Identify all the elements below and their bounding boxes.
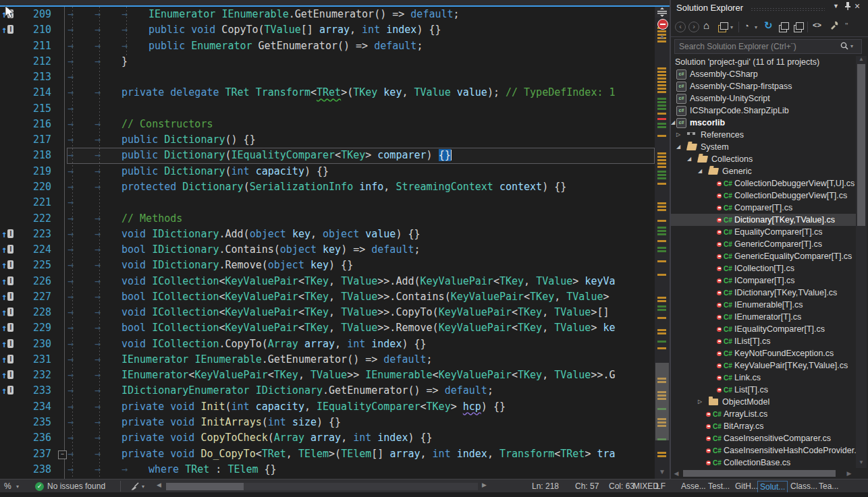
scroll-down-arrow-icon[interactable]: ▼ — [854, 459, 868, 465]
tree-item[interactable]: ◢Generic — [671, 165, 856, 177]
tree-item[interactable]: c#Assembly-UnityScript — [671, 92, 856, 105]
code-line[interactable]: 214→→private delegate TRet Transform<TRe… — [0, 85, 670, 100]
document-health-icon[interactable]: ✓ — [35, 482, 44, 491]
tree-item[interactable]: c#ICSharpCode.SharpZipLib — [671, 105, 856, 117]
tree-item[interactable]: C#Link.cs — [671, 372, 856, 384]
code-line[interactable]: 212→→} — [0, 54, 670, 69]
tree-item[interactable]: ▷References — [671, 129, 856, 141]
search-icon[interactable] — [840, 41, 849, 53]
window-position-dropdown-icon[interactable]: ▼ — [833, 3, 839, 9]
tool-window-tab[interactable]: Tea... — [817, 481, 840, 492]
code-line[interactable]: 234→→private void Init(int capacity, IEq… — [0, 399, 670, 415]
code-line[interactable]: ↑I209→→→IEnumerator IEnumerable.GetEnume… — [0, 7, 670, 22]
expander-open-icon[interactable]: ◢ — [676, 141, 680, 153]
search-dropdown-icon[interactable]: ▾ — [850, 43, 853, 49]
tool-window-tab[interactable]: Asse... — [679, 481, 708, 492]
tree-item[interactable]: C#GenericEqualityComparer[T].cs — [671, 250, 856, 262]
tree-item[interactable]: C#CaseInsensitiveComparer.cs — [671, 432, 856, 444]
scroll-up-arrow-icon[interactable]: ▲ — [655, 32, 670, 40]
scrollbar-thumb[interactable] — [683, 470, 836, 477]
expander-open-icon[interactable]: ◢ — [698, 165, 702, 177]
implements-glyph-icon[interactable]: ↑I — [1, 354, 13, 366]
code-line[interactable]: ↑I225→→void IDictionary.Remove(object ke… — [0, 258, 670, 273]
health-message[interactable]: No issues found — [47, 481, 105, 491]
code-line[interactable]: ↑I223→→void IDictionary.Add(object key, … — [0, 227, 670, 242]
code-line[interactable]: ↑I227→→bool ICollection<KeyValuePair<TKe… — [0, 289, 670, 305]
code-line[interactable]: ↑I229→→bool ICollection<KeyValuePair<TKe… — [0, 320, 670, 336]
implements-glyph-icon[interactable]: ↑I — [1, 260, 13, 272]
close-icon[interactable]: × — [855, 1, 860, 11]
preview-selected-items-button[interactable] — [794, 25, 802, 32]
implements-glyph-icon[interactable]: ↑I — [1, 291, 13, 303]
collapse-all-button[interactable] — [779, 25, 787, 32]
code-line[interactable]: 238→→→where TRet : TElem {} — [0, 462, 670, 477]
code-cleanup-broom-icon[interactable] — [130, 481, 140, 493]
search-input[interactable]: Search Solution Explorer (Ctrl+¨) — [674, 39, 862, 54]
expander-closed-icon[interactable]: ▷ — [676, 129, 680, 141]
tree-item[interactable]: c#Assembly-CSharp-firstpass — [671, 80, 856, 92]
code-line[interactable]: ↑I228→→void ICollection<KeyValuePair<TKe… — [0, 305, 670, 320]
hscroll-left-arrow-icon[interactable]: ◀ — [157, 481, 161, 488]
tree-item[interactable]: C#IList[T].cs — [671, 335, 856, 347]
tree-item[interactable]: c#Assembly-CSharp — [671, 68, 856, 80]
code-line[interactable]: ↑I230→→void ICollection.CopyTo(Array arr… — [0, 337, 670, 352]
tool-window-tab[interactable]: Test... — [706, 481, 732, 492]
scroll-left-arrow-icon[interactable]: ◀ — [672, 470, 680, 477]
code-editor[interactable]: ↑I209→→→IEnumerator IEnumerable.GetEnume… — [0, 7, 670, 479]
tree-item[interactable]: C#IEqualityComparer[T].cs — [671, 323, 856, 335]
scroll-right-arrow-icon[interactable]: ▶ — [845, 470, 853, 477]
tree-item[interactable]: C#Comparer[T].cs — [671, 202, 856, 214]
code-line[interactable]: 217→→public Dictionary() {} — [0, 132, 670, 148]
status-eol[interactable]: LF — [656, 481, 666, 491]
implements-glyph-icon[interactable]: ↑I — [1, 339, 13, 351]
code-line[interactable]: ↑I226→→void ICollection<KeyValuePair<TKe… — [0, 274, 670, 289]
implements-glyph-icon[interactable]: ↑I — [1, 385, 13, 397]
code-line[interactable]: 213→ — [0, 69, 670, 85]
back-button[interactable]: ‹ — [675, 21, 686, 32]
tree-item[interactable]: ◢c#mscorlib — [671, 117, 856, 129]
code-line[interactable]: ↑I233→→IDictionaryEnumerator IDictionary… — [0, 383, 670, 399]
status-char[interactable]: Ch: 57 — [575, 481, 599, 491]
tree-item[interactable]: Solution 'project-gui' (11 of 11 project… — [671, 56, 856, 68]
code-line[interactable]: 237→→private void Do_CopyTo<TRet, TElem>… — [0, 446, 670, 462]
scroll-up-arrow-icon[interactable]: ▲ — [854, 56, 868, 62]
code-line[interactable]: 236→→private void CopyToCheck(Array arra… — [0, 430, 670, 446]
code-line[interactable]: 235→→private void InitArrays(int size) {… — [0, 415, 670, 430]
implements-glyph-icon[interactable]: ↑I — [1, 276, 13, 288]
expander-closed-icon[interactable]: ▷ — [698, 396, 702, 408]
code-line[interactable]: 215→ — [0, 101, 670, 117]
pin-icon[interactable] — [844, 1, 852, 12]
tree-item[interactable]: C#ICollection[T].cs — [671, 262, 856, 274]
tree-item[interactable]: C#GenericComparer[T].cs — [671, 238, 856, 250]
toolbar-overflow-icon[interactable]: ” — [845, 21, 848, 31]
tree-horizontal-scrollbar[interactable]: ◀ ▶ — [671, 468, 856, 479]
panel-drag-area[interactable] — [751, 7, 825, 11]
scrollbar-thumb[interactable] — [166, 483, 244, 490]
tree-item[interactable]: C#CollectionDebuggerView[T].cs — [671, 189, 856, 202]
code-line[interactable]: ↑I231→→IEnumerator IEnumerable.GetEnumer… — [0, 352, 670, 368]
tree-item[interactable]: C#CaseInsensitiveHashCodeProvider.cs — [671, 444, 856, 457]
implements-glyph-icon[interactable]: ↑I — [1, 244, 13, 256]
tree-item[interactable]: C#CollectionDebuggerView[T,U].cs — [671, 177, 856, 189]
expander-open-icon[interactable]: ◢ — [687, 153, 691, 165]
properties-wrench-button[interactable] — [829, 20, 839, 32]
view-code-button[interactable]: <> — [813, 21, 821, 29]
code-cleanup-dropdown-icon[interactable]: ▾ — [142, 484, 144, 490]
tree-item[interactable]: C#IDictionary[TKey,TValue].cs — [671, 287, 856, 299]
expander-open-icon[interactable]: ◢ — [671, 117, 675, 129]
code-line[interactable]: ↑I232→→IEnumerator<KeyValuePair<TKey, TV… — [0, 368, 670, 383]
code-line[interactable]: ↑I210→→→public void CopyTo(TValue[] arra… — [0, 22, 670, 38]
tree-item[interactable]: C#Dictionary[TKey,TValue].cs — [671, 214, 856, 226]
zoom-dropdown-icon[interactable]: ▾ — [16, 484, 19, 490]
hscroll-right-arrow-icon[interactable]: ▶ — [482, 481, 487, 488]
code-line[interactable]: 211→→→public Enumerator GetEnumerator() … — [0, 38, 670, 54]
code-line[interactable]: 221→ — [0, 195, 670, 210]
code-line[interactable]: 219→→public Dictionary(int capacity) {} — [0, 164, 670, 179]
tree-vertical-scrollbar[interactable]: ▲ ▼ — [856, 56, 867, 468]
implements-glyph-icon[interactable]: ↑I — [1, 24, 13, 36]
code-line[interactable]: 218→→public Dictionary(IEqualityComparer… — [0, 148, 670, 163]
code-line[interactable]: 216→→// Constructors — [0, 117, 670, 132]
tree-item[interactable]: C#EqualityComparer[T].cs — [671, 226, 856, 238]
tree-item[interactable]: C#List[T].cs — [671, 384, 856, 396]
status-line[interactable]: Ln: 218 — [532, 481, 559, 491]
